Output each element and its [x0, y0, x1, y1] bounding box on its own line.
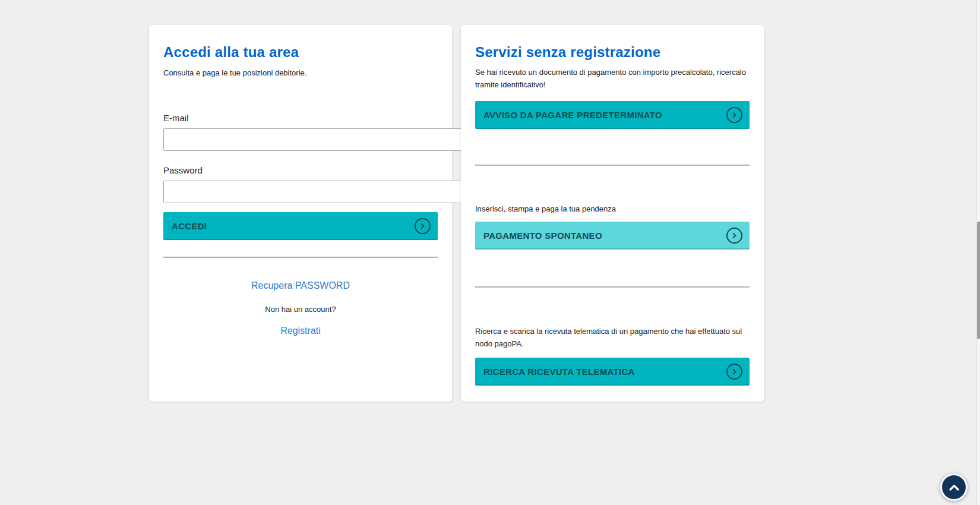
- ricerca-ricevuta-button-label: RICERCA RICEVUTA TELEMATICA: [483, 367, 635, 377]
- chevron-right-circle-icon: [726, 364, 742, 380]
- service-description: Inserisci, stampa e paga la tua pendenza: [475, 203, 750, 215]
- no-account-text: Non hai un account?: [163, 305, 438, 314]
- avviso-da-pagare-button-label: AVVISO DA PAGARE PREDETERMINATO: [483, 110, 662, 120]
- password-input[interactable]: [163, 181, 466, 203]
- accedi-button-label: ACCEDI: [172, 221, 207, 231]
- password-label: Password: [163, 165, 438, 175]
- divider: [475, 286, 750, 288]
- email-input[interactable]: [163, 128, 466, 151]
- service-description: Se hai ricevuto un documento di pagament…: [475, 66, 750, 91]
- recover-password-link[interactable]: Recupera PASSWORD: [163, 280, 438, 291]
- login-card: Accedi alla tua area Consulta e paga le …: [149, 25, 452, 402]
- chevron-up-icon: [949, 484, 960, 491]
- service-description: Ricerca e scarica la ricevuta telematica…: [475, 325, 750, 350]
- divider: [163, 257, 438, 258]
- register-link[interactable]: Registrati: [163, 326, 438, 336]
- services-card: Servizi senza registrazione Se hai ricev…: [461, 25, 764, 402]
- services-card-title: Servizi senza registrazione: [475, 45, 750, 60]
- chevron-right-circle-icon: [415, 218, 431, 234]
- scroll-to-top-button[interactable]: [940, 474, 968, 501]
- scrollbar-thumb[interactable]: [977, 222, 980, 339]
- chevron-right-circle-icon: [726, 228, 742, 244]
- avviso-da-pagare-button[interactable]: AVVISO DA PAGARE PREDETERMINATO: [475, 101, 750, 129]
- email-label: E-mail: [163, 113, 438, 123]
- divider: [475, 165, 750, 166]
- login-card-subtitle: Consulta e paga le tue posizioni debitor…: [163, 67, 438, 79]
- login-card-title: Accedi alla tua area: [163, 45, 438, 60]
- scrollbar-track[interactable]: [976, 0, 980, 505]
- ricerca-ricevuta-button[interactable]: RICERCA RICEVUTA TELEMATICA: [475, 358, 750, 386]
- accedi-button[interactable]: ACCEDI: [163, 212, 438, 240]
- chevron-right-circle-icon: [726, 107, 742, 123]
- pagamento-spontaneo-button[interactable]: PAGAMENTO SPONTANEO: [475, 222, 750, 250]
- pagamento-spontaneo-button-label: PAGAMENTO SPONTANEO: [483, 231, 602, 241]
